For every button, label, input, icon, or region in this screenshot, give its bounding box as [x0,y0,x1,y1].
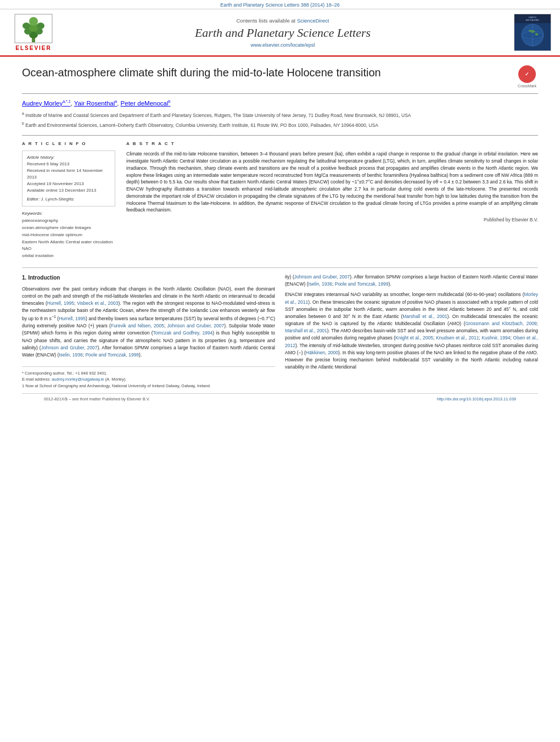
crossmark-badge: ✓ [518,65,536,83]
author-morley[interactable]: Audrey Morleya,*,1 [22,100,71,107]
svg-text:AND PLANETARY: AND PLANETARY [526,19,540,21]
paper-title: Ocean-atmosphere climate shift during th… [22,65,511,80]
ref-poole2[interactable]: Poole and Tomczak, 1999 [335,281,389,287]
available-date: Available online 13 December 2013 [27,187,110,194]
ref-iselin[interactable]: Iselin, 1936 [59,352,82,358]
section-divider [22,267,538,268]
ref-johnson-gruber[interactable]: Johnson and Gruber, 2007 [294,274,350,280]
intro-section-title: 1. Introduction [22,274,275,282]
contents-available: Contents lists available at ScienceDirec… [64,18,502,24]
keyword-3: mid-Holocene climate optimum [22,232,115,239]
paper-title-section: Ocean-atmosphere climate shift during th… [22,65,538,94]
history-label: Article history: [27,154,110,161]
article-info-col: A R T I C L E I N F O Article history: R… [22,141,115,260]
doi-link[interactable]: http://dx.doi.org/10.1016/j.epsl.2013.11… [437,397,516,401]
intro-para2: ity) (Johnson and Gruber, 2007). After f… [285,274,538,371]
keyword-4: Eastern North Atlantic Central water cir… [22,239,115,246]
journal-header: ELSEVIER Contents lists available at Sci… [0,9,560,57]
body-columns: 1. Introduction Observations over the pa… [22,274,538,389]
paper-content: Ocean-atmosphere climate shift during th… [0,57,560,410]
ref-johnson2[interactable]: Johnson and Gruber, 2007 [41,345,98,350]
issn-text: 0012-821X/$ – see front matter Published… [44,397,150,401]
body-right-col: ity) (Johnson and Gruber, 2007). After f… [285,274,538,389]
keyword-5: NAO [22,246,115,253]
bottom-bar: 0012-821X/$ – see front matter Published… [22,393,538,404]
affiliations: a Institute of Marine and Coastal Scienc… [22,111,538,129]
ref-morley[interactable]: Morley et al., 2011 [285,292,538,304]
footnotes: * Corresponding author. Tel.: +1 848 932… [22,366,275,389]
editor-line: Editor: J. Lynch-Stieglitz [27,196,110,203]
sciencedirect-link[interactable]: ScienceDirect [297,18,329,24]
ref-furevik[interactable]: Furevik and Nilsen, 2005 [111,323,164,328]
ref-hakkinen[interactable]: Häkkinen, 2000 [306,350,338,355]
journal-url: www.elsevier.com/locate/epsl [64,42,502,48]
earth-logo-icon: EARTH AND PLANETARY [514,14,551,51]
author-demenocal[interactable]: Peter deMenocalb [121,100,171,107]
abstract-col: A B S T R A C T Climate records of the m… [126,141,538,260]
footnote-email-link[interactable]: audrey.morley@nuigalway.ie [52,377,104,382]
ref-iselin2[interactable]: Iselin, 1936 [309,281,332,287]
article-info-heading: A R T I C L E I N F O [22,141,115,146]
journal-name: Earth and Planetary Science Letters [64,26,502,40]
svg-point-7 [29,17,38,26]
ref-hurrell1995b[interactable]: Hurrell, 1995 [59,316,86,321]
keyword-1: paleoceanography [22,217,115,225]
elsevier-logo: ELSEVIER [9,14,58,51]
crossmark-text: CrossMark [518,84,536,88]
footnote-corresponding: * Corresponding author. Tel.: +1 848 932… [22,370,275,376]
svg-text:EARTH: EARTH [529,16,536,19]
article-info-abstract: A R T I C L E I N F O Article history: R… [22,135,538,260]
keywords-label: Keywords: [22,211,115,216]
intro-para1: Observations over the past century indic… [22,286,275,359]
svg-point-5 [23,23,30,29]
elsevier-tree-icon [14,14,53,44]
keywords-section: Keywords: paleoceanography ocean-atmosph… [22,211,115,260]
intro-body-text: Observations over the past century indic… [22,286,275,359]
ref-grossmann[interactable]: Grossmann and Klotzbach, 2009 [465,321,536,326]
footnote-1: 1 Now at School of Geography and Archaeo… [22,383,275,389]
received-date: Received 6 May 2013 [27,161,110,168]
earth-svg: EARTH AND PLANETARY [514,14,551,51]
keyword-2: ocean-atmosphere climate linkages [22,225,115,232]
elsevier-text: ELSEVIER [15,45,51,51]
authors-line: Audrey Morleya,*,1, Yair Rosenthala, Pet… [22,99,538,107]
ref-knight[interactable]: Knight et al., 2005 [395,335,433,341]
ref-poole[interactable]: Poole and Tomczak, 1999 [85,352,139,358]
right-para1: ity) (Johnson and Gruber, 2007). After f… [285,274,538,288]
journal-title-center: Contents lists available at ScienceDirec… [64,18,502,48]
svg-point-6 [37,23,44,29]
keyword-6: orbital insolation [22,253,115,260]
journal-logo-right: EARTH AND PLANETARY [507,14,551,51]
ref-knudsen[interactable]: Knudsen et al., 2011 [436,335,479,341]
ref-marshall2[interactable]: Marshall et al., 2001 [285,328,327,333]
journal-reference: Earth and Planetary Science Letters 388 … [0,0,560,9]
ref-marshall[interactable]: Marshall et al., 2001 [402,314,447,319]
ref-tomczak[interactable]: Tomczak and Godfrey, 1994 [153,330,213,336]
abstract-text: Climate records of the mid-to-late Holoc… [126,150,538,214]
body-left-col: 1. Introduction Observations over the pa… [22,274,275,389]
journal-ref-text: Earth and Planetary Science Letters 388 … [220,2,340,8]
footnote-email: E-mail address: audrey.morley@nuigalway.… [22,376,275,382]
ref-johnson[interactable]: Johnson and Gruber, 2007 [167,323,225,328]
ref-hurrell1995[interactable]: Hurrell, 1995 [47,300,74,306]
right-para2: ENACW integrates interannual NAO variabi… [285,291,538,371]
revised-date: Received in revised form 14 November 201… [27,168,110,181]
journal-url-link[interactable]: www.elsevier.com/locate/epsl [250,42,315,48]
published-by: Published by Elsevier B.V. [126,217,538,222]
accepted-date: Accepted 19 November 2013 [27,181,110,187]
ref-kushnir[interactable]: Kushnir, 1994 [481,335,510,341]
crossmark[interactable]: ✓ CrossMark [516,65,538,88]
article-info-box: Article history: Received 6 May 2013 Rec… [22,150,115,207]
author-rosenthal[interactable]: Yair Rosenthala [74,100,117,107]
abstract-heading: A B S T R A C T [126,141,538,146]
affil-b: b Earth and Environmental Sciences, Lamo… [22,121,538,129]
ref-visbeck[interactable]: Visbeck et al., 2003 [77,300,118,306]
affil-a: a Institute of Marine and Coastal Scienc… [22,111,538,119]
